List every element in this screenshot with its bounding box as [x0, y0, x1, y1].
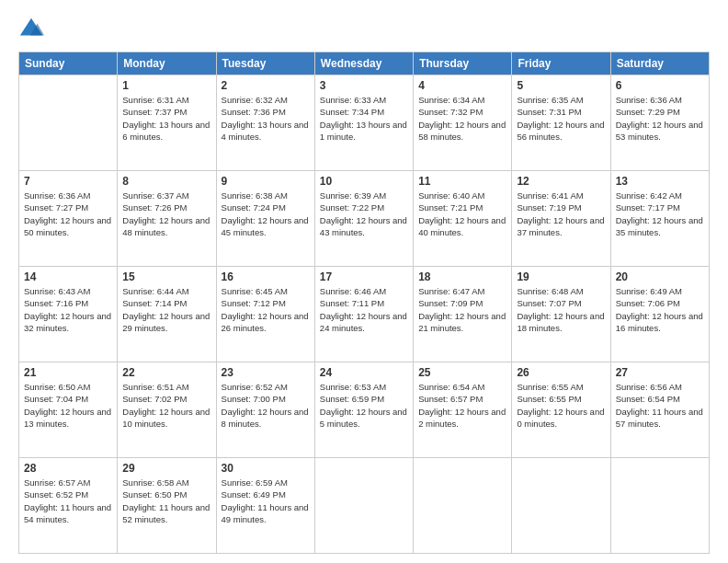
day-info: Sunrise: 6:38 AM Sunset: 7:24 PM Dayligh… [222, 190, 310, 238]
calendar-week-row: 7 Sunrise: 6:36 AM Sunset: 7:27 PM Dayli… [19, 171, 710, 267]
day-number: 10 [320, 175, 408, 188]
day-info: Sunrise: 6:57 AM Sunset: 6:52 PM Dayligh… [24, 477, 112, 525]
day-info: Sunrise: 6:36 AM Sunset: 7:27 PM Dayligh… [24, 190, 112, 238]
day-number: 23 [222, 366, 310, 379]
calendar-week-row: 14 Sunrise: 6:43 AM Sunset: 7:16 PM Dayl… [19, 267, 710, 362]
page: SundayMondayTuesdayWednesdayThursdayFrid… [0, 0, 728, 563]
calendar-cell: 12 Sunrise: 6:41 AM Sunset: 7:19 PM Dayl… [512, 171, 610, 267]
day-number: 17 [320, 270, 408, 283]
calendar-cell: 26 Sunrise: 6:55 AM Sunset: 6:55 PM Dayl… [512, 362, 610, 458]
day-number: 26 [517, 366, 605, 379]
calendar-cell [512, 458, 610, 554]
day-number: 15 [122, 270, 210, 283]
day-info: Sunrise: 6:59 AM Sunset: 6:49 PM Dayligh… [222, 477, 310, 525]
day-number: 9 [222, 175, 310, 188]
day-number: 6 [616, 79, 704, 92]
calendar-body: 1 Sunrise: 6:31 AM Sunset: 7:37 PM Dayli… [19, 75, 710, 554]
day-number: 14 [24, 270, 112, 283]
day-number: 8 [122, 175, 210, 188]
day-number: 4 [418, 79, 506, 92]
day-info: Sunrise: 6:47 AM Sunset: 7:09 PM Dayligh… [418, 285, 506, 334]
calendar-cell: 13 Sunrise: 6:42 AM Sunset: 7:17 PM Dayl… [610, 171, 709, 267]
calendar-week-row: 1 Sunrise: 6:31 AM Sunset: 7:37 PM Dayli… [19, 75, 710, 171]
calendar-table: SundayMondayTuesdayWednesdayThursdayFrid… [18, 52, 710, 554]
calendar-cell: 21 Sunrise: 6:50 AM Sunset: 7:04 PM Dayl… [19, 362, 118, 458]
calendar-cell: 2 Sunrise: 6:32 AM Sunset: 7:36 PM Dayli… [216, 75, 314, 171]
calendar-cell: 6 Sunrise: 6:36 AM Sunset: 7:29 PM Dayli… [610, 75, 709, 171]
logo [18, 17, 48, 42]
calendar-cell: 3 Sunrise: 6:33 AM Sunset: 7:34 PM Dayli… [314, 75, 413, 171]
calendar-cell: 18 Sunrise: 6:47 AM Sunset: 7:09 PM Dayl… [414, 267, 512, 362]
weekday-header-friday: Friday [512, 52, 610, 75]
calendar-week-row: 28 Sunrise: 6:57 AM Sunset: 6:52 PM Dayl… [19, 458, 710, 554]
calendar-cell: 11 Sunrise: 6:40 AM Sunset: 7:21 PM Dayl… [414, 171, 512, 267]
day-info: Sunrise: 6:37 AM Sunset: 7:26 PM Dayligh… [122, 190, 210, 238]
calendar-week-row: 21 Sunrise: 6:50 AM Sunset: 7:04 PM Dayl… [19, 362, 710, 458]
calendar-cell [610, 458, 709, 554]
calendar-cell: 14 Sunrise: 6:43 AM Sunset: 7:16 PM Dayl… [19, 267, 118, 362]
calendar-cell [19, 75, 118, 171]
calendar-cell: 8 Sunrise: 6:37 AM Sunset: 7:26 PM Dayli… [118, 171, 216, 267]
day-info: Sunrise: 6:44 AM Sunset: 7:14 PM Dayligh… [122, 285, 210, 334]
day-info: Sunrise: 6:34 AM Sunset: 7:32 PM Dayligh… [418, 94, 506, 143]
day-number: 21 [24, 366, 112, 379]
day-number: 24 [320, 366, 408, 379]
day-info: Sunrise: 6:41 AM Sunset: 7:19 PM Dayligh… [517, 190, 605, 238]
day-number: 30 [222, 462, 310, 475]
calendar-cell: 5 Sunrise: 6:35 AM Sunset: 7:31 PM Dayli… [512, 75, 610, 171]
weekday-header-tuesday: Tuesday [216, 52, 314, 75]
day-info: Sunrise: 6:32 AM Sunset: 7:36 PM Dayligh… [222, 94, 310, 143]
day-number: 11 [418, 175, 506, 188]
calendar-cell: 4 Sunrise: 6:34 AM Sunset: 7:32 PM Dayli… [414, 75, 512, 171]
weekday-header-saturday: Saturday [610, 52, 709, 75]
day-info: Sunrise: 6:54 AM Sunset: 6:57 PM Dayligh… [418, 381, 506, 430]
day-number: 16 [222, 270, 310, 283]
day-info: Sunrise: 6:56 AM Sunset: 6:54 PM Dayligh… [616, 381, 704, 430]
day-info: Sunrise: 6:50 AM Sunset: 7:04 PM Dayligh… [24, 381, 112, 430]
day-info: Sunrise: 6:53 AM Sunset: 6:59 PM Dayligh… [320, 381, 408, 430]
calendar-cell: 7 Sunrise: 6:36 AM Sunset: 7:27 PM Dayli… [19, 171, 118, 267]
day-number: 3 [320, 79, 408, 92]
calendar-cell: 24 Sunrise: 6:53 AM Sunset: 6:59 PM Dayl… [314, 362, 413, 458]
calendar-cell: 25 Sunrise: 6:54 AM Sunset: 6:57 PM Dayl… [414, 362, 512, 458]
day-number: 25 [418, 366, 506, 379]
calendar-cell: 15 Sunrise: 6:44 AM Sunset: 7:14 PM Dayl… [118, 267, 216, 362]
day-info: Sunrise: 6:45 AM Sunset: 7:12 PM Dayligh… [222, 285, 310, 334]
day-number: 18 [418, 270, 506, 283]
day-info: Sunrise: 6:39 AM Sunset: 7:22 PM Dayligh… [320, 190, 408, 238]
day-number: 20 [616, 270, 704, 283]
calendar-cell: 17 Sunrise: 6:46 AM Sunset: 7:11 PM Dayl… [314, 267, 413, 362]
weekday-header-row: SundayMondayTuesdayWednesdayThursdayFrid… [19, 52, 710, 75]
day-number: 5 [517, 79, 605, 92]
day-info: Sunrise: 6:35 AM Sunset: 7:31 PM Dayligh… [517, 94, 605, 143]
calendar-cell: 28 Sunrise: 6:57 AM Sunset: 6:52 PM Dayl… [19, 458, 118, 554]
day-number: 12 [517, 175, 605, 188]
day-info: Sunrise: 6:52 AM Sunset: 7:00 PM Dayligh… [222, 381, 310, 430]
calendar-cell: 10 Sunrise: 6:39 AM Sunset: 7:22 PM Dayl… [314, 171, 413, 267]
calendar-cell [314, 458, 413, 554]
calendar-cell: 29 Sunrise: 6:58 AM Sunset: 6:50 PM Dayl… [118, 458, 216, 554]
day-info: Sunrise: 6:51 AM Sunset: 7:02 PM Dayligh… [122, 381, 210, 430]
calendar-cell: 16 Sunrise: 6:45 AM Sunset: 7:12 PM Dayl… [216, 267, 314, 362]
day-info: Sunrise: 6:48 AM Sunset: 7:07 PM Dayligh… [517, 285, 605, 334]
weekday-header-sunday: Sunday [19, 52, 118, 75]
calendar-cell: 30 Sunrise: 6:59 AM Sunset: 6:49 PM Dayl… [216, 458, 314, 554]
logo-icon [18, 17, 44, 42]
header [18, 17, 710, 42]
day-number: 2 [222, 79, 310, 92]
day-number: 29 [122, 462, 210, 475]
calendar-cell: 1 Sunrise: 6:31 AM Sunset: 7:37 PM Dayli… [118, 75, 216, 171]
day-info: Sunrise: 6:43 AM Sunset: 7:16 PM Dayligh… [24, 285, 112, 334]
day-info: Sunrise: 6:36 AM Sunset: 7:29 PM Dayligh… [616, 94, 704, 143]
day-number: 19 [517, 270, 605, 283]
day-number: 27 [616, 366, 704, 379]
calendar-cell: 20 Sunrise: 6:49 AM Sunset: 7:06 PM Dayl… [610, 267, 709, 362]
day-number: 22 [122, 366, 210, 379]
day-info: Sunrise: 6:58 AM Sunset: 6:50 PM Dayligh… [122, 477, 210, 525]
calendar-header: SundayMondayTuesdayWednesdayThursdayFrid… [19, 52, 710, 75]
calendar-cell: 27 Sunrise: 6:56 AM Sunset: 6:54 PM Dayl… [610, 362, 709, 458]
day-number: 28 [24, 462, 112, 475]
day-info: Sunrise: 6:42 AM Sunset: 7:17 PM Dayligh… [616, 190, 704, 238]
day-info: Sunrise: 6:40 AM Sunset: 7:21 PM Dayligh… [418, 190, 506, 238]
day-info: Sunrise: 6:31 AM Sunset: 7:37 PM Dayligh… [122, 94, 210, 143]
